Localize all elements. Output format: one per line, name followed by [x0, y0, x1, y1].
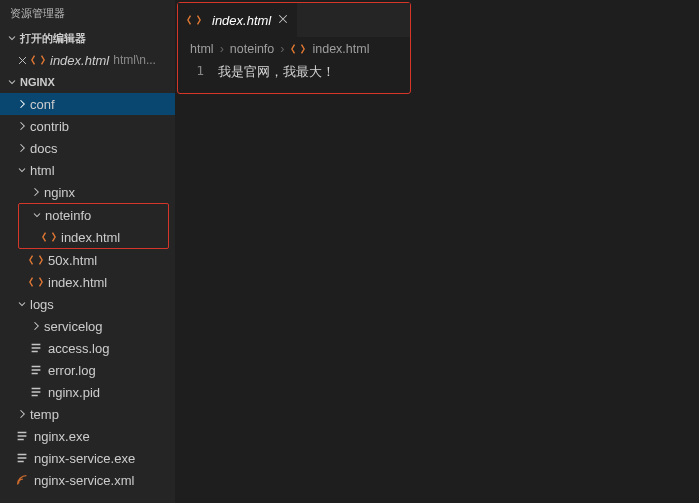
breadcrumb-separator: ›	[280, 42, 284, 56]
file-nginxservicexml[interactable]: nginx-service.xml	[0, 469, 175, 491]
explorer-sidebar: 资源管理器 打开的编辑器 index.html html\n... NGINX …	[0, 0, 175, 503]
file-nginxpid[interactable]: nginx.pid	[0, 381, 175, 403]
code-line[interactable]: 我是官网，我最大！	[218, 63, 335, 81]
folder-docs[interactable]: docs	[0, 137, 175, 159]
text-file-icon	[28, 340, 44, 356]
folder-temp[interactable]: temp	[0, 403, 175, 425]
folder-label: conf	[30, 97, 55, 112]
breadcrumb-item[interactable]: html	[190, 42, 214, 56]
text-file-icon	[14, 450, 30, 466]
file-nginxserviceexe[interactable]: nginx-service.exe	[0, 447, 175, 469]
file-label: access.log	[48, 341, 109, 356]
open-editors-label: 打开的编辑器	[20, 31, 86, 46]
file-label: index.html	[61, 230, 120, 245]
html-file-icon	[28, 252, 44, 268]
close-icon[interactable]	[14, 55, 30, 66]
folder-label: servicelog	[44, 319, 103, 334]
folder-label: contrib	[30, 119, 69, 134]
chevron-right-icon	[14, 96, 30, 112]
file-label: nginx.pid	[48, 385, 100, 400]
html-file-icon	[290, 41, 306, 57]
xml-file-icon	[14, 472, 30, 488]
chevron-right-icon	[28, 184, 44, 200]
file-label: error.log	[48, 363, 96, 378]
line-number: 1	[178, 63, 218, 81]
highlighted-editor-block: index.html html › noteinfo › index.html …	[177, 2, 411, 94]
editor-area: index.html html › noteinfo › index.html …	[175, 0, 699, 503]
open-editor-item[interactable]: index.html html\n...	[0, 49, 175, 71]
folder-label: temp	[30, 407, 59, 422]
file-noteinfo-index[interactable]: index.html	[19, 226, 168, 248]
chevron-right-icon	[14, 406, 30, 422]
folder-conf[interactable]: conf	[0, 93, 175, 115]
folder-logs[interactable]: logs	[0, 293, 175, 315]
folder-servicelog[interactable]: servicelog	[0, 315, 175, 337]
folder-contrib[interactable]: contrib	[0, 115, 175, 137]
file-label: nginx-service.xml	[34, 473, 134, 488]
explorer-title: 资源管理器	[0, 0, 175, 27]
open-editor-path: html\n...	[113, 53, 156, 67]
file-label: nginx.exe	[34, 429, 90, 444]
tab-index-html[interactable]: index.html	[178, 3, 298, 37]
highlighted-tree-block: noteinfo index.html	[18, 203, 169, 249]
close-icon[interactable]	[277, 13, 289, 28]
file-errorlog[interactable]: error.log	[0, 359, 175, 381]
folder-html[interactable]: html	[0, 159, 175, 181]
editor-content[interactable]: 1 我是官网，我最大！	[178, 61, 410, 93]
folder-label: noteinfo	[45, 208, 91, 223]
file-label: index.html	[48, 275, 107, 290]
project-header[interactable]: NGINX	[0, 71, 175, 93]
html-file-icon	[28, 274, 44, 290]
file-html-index[interactable]: index.html	[0, 271, 175, 293]
breadcrumb-item[interactable]: noteinfo	[230, 42, 274, 56]
file-accesslog[interactable]: access.log	[0, 337, 175, 359]
folder-label: nginx	[44, 185, 75, 200]
text-file-icon	[14, 428, 30, 444]
html-file-icon	[30, 52, 46, 68]
html-file-icon	[41, 229, 57, 245]
file-label: nginx-service.exe	[34, 451, 135, 466]
chevron-right-icon	[28, 318, 44, 334]
file-label: 50x.html	[48, 253, 97, 268]
folder-nginx[interactable]: nginx	[0, 181, 175, 203]
folder-label: logs	[30, 297, 54, 312]
html-file-icon	[186, 12, 202, 28]
chevron-down-icon	[14, 296, 30, 312]
breadcrumb-separator: ›	[220, 42, 224, 56]
file-nginxexe[interactable]: nginx.exe	[0, 425, 175, 447]
chevron-right-icon	[14, 140, 30, 156]
breadcrumb-item[interactable]: index.html	[312, 42, 369, 56]
file-50x[interactable]: 50x.html	[0, 249, 175, 271]
folder-label: docs	[30, 141, 57, 156]
folder-noteinfo[interactable]: noteinfo	[19, 204, 168, 226]
folder-label: html	[30, 163, 55, 178]
chevron-down-icon	[29, 207, 45, 223]
open-editor-name: index.html	[50, 53, 109, 68]
project-label: NGINX	[20, 76, 55, 88]
breadcrumb[interactable]: html › noteinfo › index.html	[178, 37, 410, 61]
chevron-down-icon	[14, 162, 30, 178]
text-file-icon	[28, 362, 44, 378]
text-file-icon	[28, 384, 44, 400]
tab-bar: index.html	[178, 3, 410, 37]
chevron-right-icon	[14, 118, 30, 134]
open-editors-header[interactable]: 打开的编辑器	[0, 27, 175, 49]
chevron-down-icon	[4, 30, 20, 46]
chevron-down-icon	[4, 74, 20, 90]
tab-label: index.html	[212, 13, 271, 28]
